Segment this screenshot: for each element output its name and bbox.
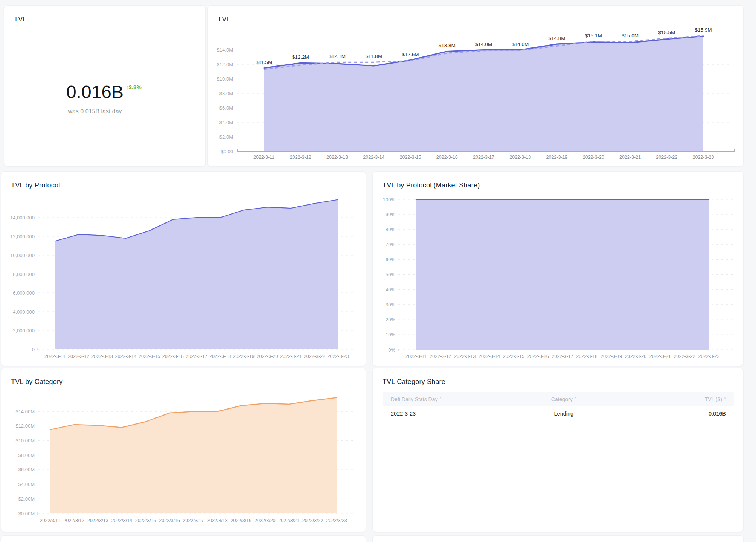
tvl-by-category-area-chart[interactable]: $0.00M$2.00M$4.00M$6.00M$8.00M$10.00M$12…	[1, 389, 366, 530]
svg-text:30%: 30%	[386, 302, 395, 308]
svg-text:2022/3/16: 2022/3/16	[159, 518, 180, 523]
svg-text:2022-3-19: 2022-3-19	[546, 155, 568, 160]
svg-text:$12.00M: $12.00M	[15, 423, 35, 429]
table-header-category[interactable]: Category^	[510, 396, 618, 402]
svg-text:10%: 10%	[386, 332, 395, 338]
tvl-by-protocol-card: TVL by Protocol 02,000,0004,000,0006,000…	[1, 171, 366, 366]
sort-caret-icon: ^	[439, 397, 441, 401]
svg-text:$8.0M: $8.0M	[219, 91, 233, 96]
svg-text:2022-3-13: 2022-3-13	[91, 354, 113, 359]
svg-text:2022-3-14: 2022-3-14	[363, 155, 384, 160]
svg-text:$12.1M: $12.1M	[329, 53, 346, 59]
svg-text:2022-3-19: 2022-3-19	[601, 354, 622, 359]
svg-text:$0.00M: $0.00M	[18, 511, 35, 516]
svg-text:2022/3/13: 2022/3/13	[87, 518, 108, 523]
tvl-change-badge: ↑2.8%	[126, 84, 142, 90]
svg-text:14,000,000: 14,000,000	[10, 215, 35, 221]
table-row[interactable]: 2022-3-23 Lending 0.016B	[383, 406, 734, 421]
svg-text:$13.8M: $13.8M	[439, 43, 456, 48]
svg-text:2022-3-12: 2022-3-12	[290, 155, 311, 160]
svg-text:2022-3-18: 2022-3-18	[209, 354, 231, 359]
svg-text:40%: 40%	[386, 287, 395, 292]
svg-text:2022/3/12: 2022/3/12	[64, 518, 85, 523]
arrow-up-icon: ↑	[126, 84, 129, 90]
tvl-stat-value: 0.016B	[66, 83, 123, 101]
svg-text:$10.00M: $10.00M	[15, 438, 35, 443]
svg-text:50%: 50%	[386, 272, 395, 277]
svg-text:12,000,000: 12,000,000	[10, 234, 35, 239]
svg-text:60%: 60%	[386, 257, 395, 262]
svg-text:2022/3/23: 2022/3/23	[326, 518, 347, 523]
svg-text:2022/3/21: 2022/3/21	[278, 518, 299, 523]
svg-text:$15.0M: $15.0M	[622, 33, 639, 38]
svg-text:$15.9M: $15.9M	[695, 27, 712, 33]
tvl-change-percent: 2.8%	[129, 84, 142, 90]
svg-text:2022-3-22: 2022-3-22	[674, 354, 695, 359]
svg-text:2022/3/18: 2022/3/18	[207, 518, 228, 523]
svg-text:$4.0M: $4.0M	[219, 120, 233, 125]
svg-text:2022-3-16: 2022-3-16	[527, 354, 549, 359]
svg-text:0: 0	[32, 347, 35, 352]
tvl-stat-block: 0.016B ↑2.8% was 0.015B last day	[0, 83, 195, 115]
svg-text:2022-3-15: 2022-3-15	[503, 354, 524, 359]
svg-text:2022-3-17: 2022-3-17	[186, 354, 207, 359]
svg-text:100%: 100%	[383, 197, 396, 202]
table-header-tvl[interactable]: TVL ($)^	[618, 396, 734, 402]
svg-text:2022-3-11: 2022-3-11	[405, 354, 427, 359]
svg-text:2022/3/14: 2022/3/14	[111, 518, 132, 523]
tvl-stat-card: TVL 0.016B ↑2.8% was 0.015B last day	[4, 5, 206, 167]
tvl-category-share-title: TVL Category Share	[383, 378, 445, 386]
svg-text:20%: 20%	[386, 317, 395, 323]
svg-text:$6.00M: $6.00M	[18, 467, 35, 472]
tvl-chart-card: TVL $0.00$2.0M$4.0M$6.0M$8.0M$10.0M$12.0…	[207, 5, 744, 167]
svg-text:$0.00: $0.00	[221, 149, 233, 154]
tvl-market-share-area-chart[interactable]: 0%10%20%30%40%50%60%70%80%90%100%2022-3-…	[373, 192, 744, 365]
svg-text:$15.5M: $15.5M	[658, 30, 675, 35]
svg-text:2022-3-22: 2022-3-22	[656, 155, 677, 160]
svg-text:$6.0M: $6.0M	[219, 105, 233, 111]
svg-text:2022/3/19: 2022/3/19	[231, 518, 252, 523]
table-header-day[interactable]: Defi Daily Stats Day^	[383, 396, 510, 402]
table-header-row: Defi Daily Stats Day^ Category^ TVL ($)^	[383, 392, 734, 406]
svg-text:$12.0M: $12.0M	[217, 62, 233, 67]
svg-text:2022-3-13: 2022-3-13	[454, 354, 476, 359]
svg-text:2022-3-15: 2022-3-15	[139, 354, 160, 359]
svg-text:2022-3-21: 2022-3-21	[619, 155, 641, 160]
svg-text:$4.00M: $4.00M	[18, 481, 35, 487]
svg-text:2022-3-23: 2022-3-23	[698, 354, 720, 359]
tvl-category-share-card: TVL Category Share Defi Daily Stats Day^…	[372, 368, 744, 532]
svg-text:$8.00M: $8.00M	[18, 452, 35, 458]
svg-text:$14.0M: $14.0M	[475, 41, 492, 47]
svg-text:2022-3-19: 2022-3-19	[233, 354, 255, 359]
svg-text:2022-3-20: 2022-3-20	[625, 354, 646, 359]
svg-text:2022-3-18: 2022-3-18	[576, 354, 597, 359]
svg-text:2022-3-12: 2022-3-12	[430, 354, 451, 359]
svg-text:2022-3-23: 2022-3-23	[328, 354, 349, 359]
svg-text:2022-3-17: 2022-3-17	[473, 155, 494, 160]
category-share-table: Defi Daily Stats Day^ Category^ TVL ($)^…	[383, 392, 734, 421]
svg-text:$14.8M: $14.8M	[548, 35, 565, 41]
svg-text:80%: 80%	[386, 227, 395, 232]
svg-text:2022-3-16: 2022-3-16	[162, 354, 184, 359]
svg-text:2022-3-21: 2022-3-21	[649, 354, 671, 359]
tvl-by-category-card: TVL by Category $0.00M$2.00M$4.00M$6.00M…	[1, 368, 366, 532]
svg-text:2022-3-16: 2022-3-16	[436, 155, 458, 160]
tvl-market-share-card: TVL by Protocol (Market Share) 0%10%20%3…	[372, 171, 744, 366]
tvl-chart-title: TVL	[218, 15, 230, 23]
svg-text:6,000,000: 6,000,000	[13, 290, 35, 296]
svg-text:$15.1M: $15.1M	[585, 33, 602, 38]
tvl-stat-subtext: was 0.015B last day	[68, 108, 122, 115]
svg-text:0%: 0%	[388, 347, 395, 353]
tvl-by-protocol-area-chart[interactable]: 02,000,0004,000,0006,000,0008,000,00010,…	[1, 192, 366, 365]
tvl-by-category-title: TVL by Category	[11, 378, 62, 386]
svg-text:2022/3/22: 2022/3/22	[302, 518, 323, 523]
next-row-card-left	[1, 535, 366, 542]
svg-text:2022/3/15: 2022/3/15	[135, 518, 156, 523]
defi-dashboard: { "colors": { "accent_purple": "#5b60d5"…	[0, 0, 756, 542]
svg-text:2022-3-11: 2022-3-11	[253, 155, 274, 160]
tvl-area-chart[interactable]: $0.00$2.0M$4.0M$6.0M$8.0M$10.0M$12.0M$14…	[208, 24, 744, 164]
svg-text:$11.5M: $11.5M	[256, 59, 272, 65]
svg-text:2022-3-15: 2022-3-15	[400, 155, 421, 160]
cell-category: Lending	[510, 411, 618, 417]
svg-text:$11.8M: $11.8M	[366, 53, 382, 59]
